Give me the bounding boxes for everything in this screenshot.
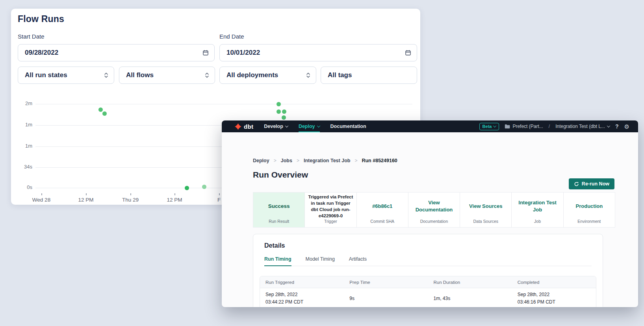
dbt-navbar: dbt Develop Deploy Documentation Beta [222, 120, 638, 132]
nav-develop-label: Develop [264, 124, 283, 129]
col-completed: Completed [512, 280, 596, 285]
breadcrumb-job-name[interactable]: Integration Test Job [304, 158, 351, 163]
y-axis-tick-label: 1m [11, 143, 32, 149]
dbt-logo[interactable]: dbt [235, 123, 253, 130]
nav-develop[interactable]: Develop [264, 120, 288, 132]
page-title: Run Overview [253, 170, 308, 180]
nav-documentation-label: Documentation [330, 124, 366, 129]
col-prep-time: Prep Time [344, 280, 428, 285]
trigger-label: Trigger [305, 219, 356, 224]
breadcrumb-jobs[interactable]: Jobs [281, 158, 292, 163]
flow-run-dot[interactable] [282, 115, 286, 120]
dbt-logo-icon [235, 123, 241, 130]
commit-sha-link[interactable]: #6b86c1 [372, 203, 392, 210]
completed-date: Sep 28th, 2022 [518, 291, 596, 298]
documentation-label: Documentation [408, 219, 460, 224]
run-triggered-value: Sep 28th, 2022 03:44:22 PM CDT [260, 291, 344, 306]
dbt-content: Deploy > Jobs > Integration Test Job > R… [222, 132, 638, 307]
view-documentation-link[interactable]: View Documentation [412, 199, 457, 213]
flow-run-dot[interactable] [98, 107, 103, 112]
details-panel: Details Run Timing Model Timing Artifact… [253, 234, 603, 307]
run-summary-strip: Success Run Result Triggered via Prefect… [253, 192, 615, 228]
chevron-down-icon [285, 124, 288, 127]
tab-model-timing[interactable]: Model Timing [306, 256, 335, 266]
dbt-logo-text: dbt [244, 123, 253, 130]
breadcrumb-deploy[interactable]: Deploy [253, 158, 269, 163]
x-axis-tick-label: F [217, 197, 221, 203]
beta-label: Beta [483, 124, 492, 129]
nav-deploy[interactable]: Deploy [299, 120, 320, 132]
y-axis-tick-label: 34s [11, 164, 32, 170]
flow-run-dot[interactable] [202, 185, 206, 189]
breadcrumb-separator: > [297, 158, 299, 163]
tab-run-timing[interactable]: Run Timing [264, 256, 291, 266]
navbar-right: Beta Prefect (Part... / Integration Test… [479, 123, 629, 130]
run-result-value: Success [268, 203, 290, 210]
prep-time-value: 9s [344, 295, 428, 302]
x-axis-tick [174, 193, 175, 195]
flow-run-dot[interactable] [185, 186, 189, 190]
run-timing-table: Run Triggered Prep Time Run Duration Com… [260, 276, 596, 307]
x-axis-tick [41, 193, 42, 195]
breadcrumb-separator: > [354, 158, 357, 163]
run-duration-value: 1m, 43s [428, 295, 512, 302]
nav-documentation[interactable]: Documentation [330, 120, 366, 132]
tab-artifacts[interactable]: Artifacts [349, 256, 367, 266]
help-icon[interactable]: ? [615, 123, 619, 130]
trigger-cell: Triggered via Prefect in task run Trigge… [304, 193, 356, 227]
environment-link[interactable]: Production [576, 203, 603, 210]
chart-gridline [35, 104, 412, 104]
nav-deploy-label: Deploy [299, 124, 315, 129]
x-axis-tick-label: 12 PM [78, 197, 93, 203]
rerun-now-button[interactable]: Re-run Now [569, 178, 614, 189]
col-run-triggered: Run Triggered [260, 280, 344, 285]
run-result-label: Run Result [253, 219, 304, 224]
table-row: Sep 28th, 2022 03:44:22 PM CDT 9s 1m, 43… [260, 288, 596, 307]
table-header-row: Run Triggered Prep Time Run Duration Com… [260, 276, 596, 288]
crumb-separator: / [549, 124, 550, 129]
flow-run-dot[interactable] [282, 109, 286, 114]
flow-run-dot[interactable] [277, 109, 281, 114]
col-run-duration: Run Duration [428, 280, 512, 285]
trigger-value: Triggered via Prefect in task run Trigge… [308, 194, 353, 219]
job-cell: Integration Test Job Job [511, 193, 563, 227]
x-axis-tick [86, 193, 87, 195]
chevron-down-icon [493, 124, 496, 127]
data-sources-label: Data Sources [460, 219, 511, 224]
chevron-down-icon [607, 124, 610, 127]
details-title: Details [264, 242, 285, 249]
beta-dropdown[interactable]: Beta [479, 123, 499, 130]
breadcrumb: Deploy > Jobs > Integration Test Job > R… [253, 158, 397, 163]
dbt-cloud-window: dbt Develop Deploy Documentation Beta [222, 120, 638, 307]
chevron-down-icon [317, 124, 320, 127]
run-result-cell: Success Run Result [253, 193, 304, 227]
environment-selector[interactable]: Integration Test (dbt L... [555, 124, 610, 129]
refresh-icon [574, 182, 579, 187]
flow-run-dot[interactable] [102, 111, 107, 116]
folder-icon [505, 124, 510, 129]
commit-sha-label: Commit SHA [357, 219, 408, 224]
y-axis-tick-label: 0s [11, 184, 32, 190]
x-axis-tick-label: Wed 28 [32, 197, 50, 203]
view-sources-link[interactable]: View Sources [469, 203, 502, 210]
run-triggered-date: Sep 28th, 2022 [265, 291, 344, 298]
project-selector[interactable]: Prefect (Part... [505, 124, 543, 129]
job-label: Job [512, 219, 563, 224]
environment-cell: Production Environment [563, 193, 615, 227]
x-axis-tick [130, 193, 131, 195]
breadcrumb-separator: > [274, 158, 277, 163]
x-axis-tick-label: Thu 29 [122, 197, 139, 203]
gear-icon[interactable]: ⚙ [624, 124, 629, 130]
completed-time: 03:46:16 PM CDT [518, 298, 596, 306]
run-triggered-time: 03:44:22 PM CDT [265, 298, 344, 306]
data-sources-cell: View Sources Data Sources [460, 193, 511, 227]
documentation-cell: View Documentation Documentation [408, 193, 460, 227]
flow-run-dot[interactable] [277, 102, 281, 106]
desktop: Flow Runs Start Date End Date 09/28/2022… [0, 0, 644, 326]
rerun-now-label: Re-run Now [582, 181, 609, 187]
job-link[interactable]: Integration Test Job [515, 199, 560, 213]
details-tabs: Run Timing Model Timing Artifacts [264, 256, 592, 266]
commit-sha-cell: #6b86c1 Commit SHA [356, 193, 408, 227]
project-name: Prefect (Part... [512, 124, 543, 129]
y-axis-tick-label: 2m [11, 100, 32, 106]
